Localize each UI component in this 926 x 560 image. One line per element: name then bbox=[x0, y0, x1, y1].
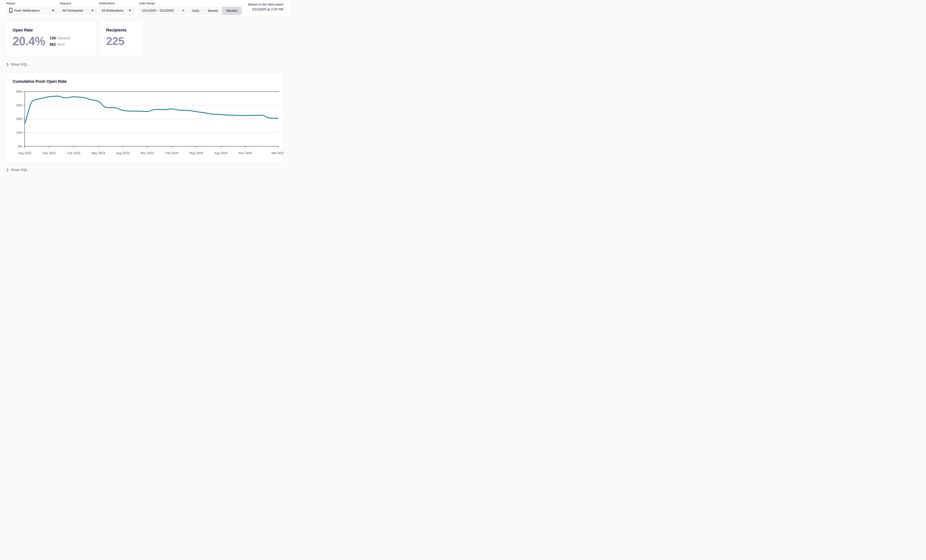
recipients-title: Recipients bbox=[106, 28, 137, 33]
chevron-down-icon bbox=[52, 10, 54, 11]
svg-text:Nov 2023: Nov 2023 bbox=[141, 151, 154, 155]
svg-text:Aug 2022: Aug 2022 bbox=[18, 151, 32, 155]
export-date: 3/12/2025 bbox=[252, 8, 266, 11]
open-rate-value: 20.4% bbox=[12, 35, 45, 47]
svg-text:Nov 2024: Nov 2024 bbox=[239, 151, 252, 155]
svg-text:0%: 0% bbox=[18, 145, 22, 148]
show-sql-toggle-top[interactable]: Show SQL bbox=[6, 62, 28, 67]
report-value: Push Notifications bbox=[14, 9, 40, 12]
recipients-value: 225 bbox=[106, 36, 137, 47]
chevron-right-icon bbox=[6, 168, 9, 172]
recipients-card: Recipients 225 bbox=[100, 21, 143, 56]
report-dropdown[interactable]: Push Notifications bbox=[6, 6, 57, 15]
granularity-toggle: Daily Weekly Monthly bbox=[188, 7, 242, 15]
open-rate-line-chart[interactable]: 0%10%20%30%40%Aug 2022Nov 2022Feb 2023Ma… bbox=[6, 73, 283, 163]
open-rate-breakdown: 135 Opened 662 Sent bbox=[50, 35, 70, 47]
export-connector: at bbox=[267, 8, 270, 11]
show-sql-toggle-bottom[interactable]: Show SQL bbox=[6, 168, 28, 172]
notifications-filter-group: Notifications All Notifications bbox=[99, 0, 139, 15]
svg-text:May 2023: May 2023 bbox=[92, 151, 105, 155]
show-sql-label: Show SQL bbox=[11, 62, 28, 67]
open-rate-title: Open Rate bbox=[12, 28, 90, 33]
chevron-down-icon bbox=[91, 10, 94, 11]
sent-count: 662 bbox=[50, 42, 56, 47]
export-note-prefix: Based on last data export bbox=[248, 2, 283, 7]
svg-text:10%: 10% bbox=[16, 131, 22, 134]
export-note: Based on last data export 3/12/2025 at 3… bbox=[248, 2, 283, 12]
mobile-phone-icon bbox=[9, 8, 12, 14]
segment-label: Segment bbox=[59, 2, 99, 5]
segment-value: All Participants bbox=[62, 9, 83, 12]
cumulative-open-rate-chart-card: Cumulative Push Open Rate 0%10%20%30%40%… bbox=[6, 73, 283, 163]
svg-text:Mar 2025: Mar 2025 bbox=[271, 151, 283, 155]
report-content: Open Rate 20.4% 135 Opened 662 Sent Reci… bbox=[0, 17, 289, 175]
chevron-right-icon bbox=[6, 62, 9, 66]
svg-text:Aug 2023: Aug 2023 bbox=[116, 151, 129, 155]
svg-text:Feb 2024: Feb 2024 bbox=[165, 151, 179, 155]
svg-text:Nov 2022: Nov 2022 bbox=[43, 151, 56, 155]
segment-filter-group: Segment All Participants bbox=[59, 0, 99, 15]
export-note-datetime: 3/12/2025 at 3:00 PM bbox=[248, 7, 283, 12]
svg-text:30%: 30% bbox=[16, 104, 22, 107]
date-range-value: 12/1/2020 – 3/12/2025 bbox=[142, 9, 174, 12]
export-time: 3:00 PM bbox=[271, 8, 283, 11]
sent-label: Sent bbox=[57, 42, 65, 47]
chevron-down-icon bbox=[129, 10, 131, 11]
report-label: Report bbox=[6, 2, 59, 5]
svg-text:Aug 2024: Aug 2024 bbox=[214, 151, 227, 155]
date-range-dropdown[interactable]: 12/1/2020 – 3/12/2025 bbox=[139, 6, 187, 15]
notifications-dropdown[interactable]: All Notifications bbox=[99, 6, 134, 15]
svg-text:Feb 2023: Feb 2023 bbox=[67, 151, 80, 155]
date-range-filter-group: Date Range 12/1/2020 – 3/12/2025 bbox=[139, 0, 188, 15]
granularity-monthly-button[interactable]: Monthly bbox=[222, 7, 242, 15]
report-filter-group: Report Push Notifications bbox=[6, 0, 59, 15]
open-rate-card: Open Rate 20.4% 135 Opened 662 Sent bbox=[6, 21, 97, 56]
svg-text:40%: 40% bbox=[16, 90, 22, 93]
svg-text:20%: 20% bbox=[16, 117, 22, 121]
notifications-value: All Notifications bbox=[102, 9, 123, 12]
push-notifications-report-page: Report Push Notifications Segment All P bbox=[0, 0, 289, 175]
chevron-down-icon bbox=[182, 10, 184, 11]
filter-toolbar: Report Push Notifications Segment All P bbox=[0, 0, 289, 17]
date-range-label: Date Range bbox=[139, 2, 188, 5]
show-sql-label: Show SQL bbox=[11, 168, 28, 172]
svg-text:May 2024: May 2024 bbox=[189, 151, 203, 155]
opened-label: Opened bbox=[57, 36, 70, 40]
granularity-weekly-button[interactable]: Weekly bbox=[204, 7, 222, 15]
granularity-daily-button[interactable]: Daily bbox=[188, 7, 204, 15]
opened-count: 135 bbox=[50, 36, 56, 40]
segment-dropdown[interactable]: All Participants bbox=[59, 6, 97, 15]
notifications-label: Notifications bbox=[99, 2, 139, 5]
